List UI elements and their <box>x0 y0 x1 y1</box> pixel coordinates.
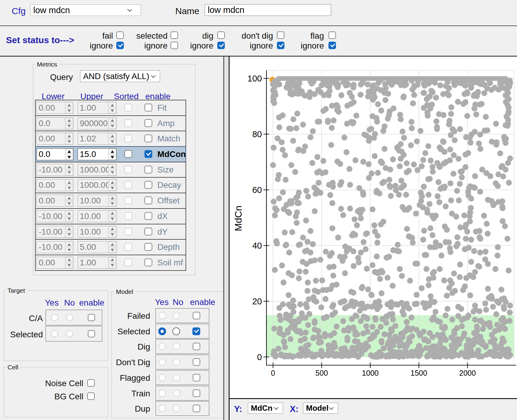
svg-text:40: 40 <box>252 241 262 250</box>
svg-text:0: 0 <box>257 352 262 362</box>
svg-text:2000: 2000 <box>459 369 476 377</box>
svg-text:MdCn: MdCn <box>233 206 244 231</box>
svg-text:20: 20 <box>252 297 262 306</box>
svg-text:500: 500 <box>315 369 328 377</box>
svg-text:60: 60 <box>252 185 262 195</box>
svg-text:80: 80 <box>252 129 262 139</box>
svg-text:1500: 1500 <box>411 369 427 377</box>
svg-text:1000: 1000 <box>362 369 379 377</box>
svg-text:100: 100 <box>248 74 262 83</box>
svg-text:0: 0 <box>271 369 275 377</box>
